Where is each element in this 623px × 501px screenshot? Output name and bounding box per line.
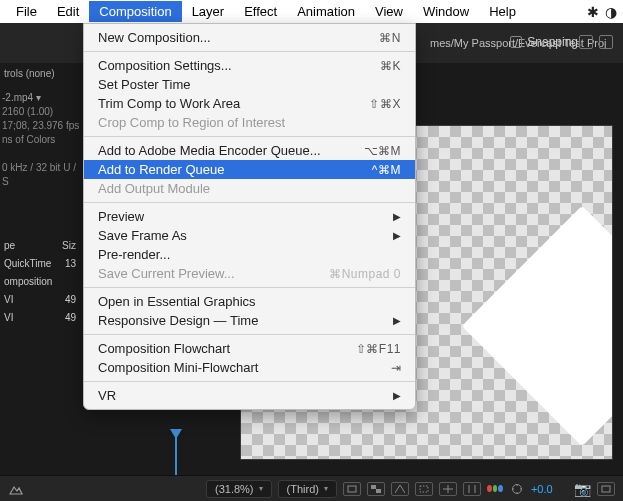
- svg-rect-1: [371, 485, 376, 489]
- snapping-label: Snapping: [527, 35, 578, 49]
- menu-effect[interactable]: Effect: [234, 1, 287, 22]
- menu-separator: [84, 136, 415, 137]
- menu-set-poster-time[interactable]: Set Poster Time: [84, 75, 415, 94]
- menu-edit[interactable]: Edit: [47, 1, 89, 22]
- channel-icon[interactable]: [487, 482, 503, 496]
- menu-view[interactable]: View: [365, 1, 413, 22]
- menu-add-to-ame[interactable]: Add to Adobe Media Encoder Queue...⌥⌘M: [84, 141, 415, 160]
- zoom-dropdown[interactable]: (31.8%)▾: [206, 480, 272, 498]
- svg-rect-0: [348, 486, 356, 492]
- menu-preview[interactable]: Preview▶: [84, 207, 415, 226]
- effect-controls-header: trols (none): [2, 63, 80, 83]
- col-size[interactable]: Siz: [62, 239, 76, 253]
- grid-icon[interactable]: [439, 482, 457, 496]
- timeline-icon[interactable]: [597, 482, 615, 496]
- clip-info-2: 17;08, 23.976 fps: [2, 119, 80, 133]
- menu-animation[interactable]: Animation: [287, 1, 365, 22]
- menu-separator: [84, 287, 415, 288]
- project-row-2[interactable]: VI49: [2, 291, 80, 309]
- guides-icon[interactable]: [463, 482, 481, 496]
- menubar: File Edit Composition Layer Effect Anima…: [0, 0, 623, 23]
- snapping-checkbox[interactable]: [510, 36, 522, 48]
- composition-menu: New Composition...⌘N Composition Setting…: [83, 23, 416, 410]
- chevron-right-icon: ▶: [393, 230, 401, 241]
- menu-composition-flowchart[interactable]: Composition Flowchart⇧⌘F11: [84, 339, 415, 358]
- menu-window[interactable]: Window: [413, 1, 479, 22]
- reset-exposure-icon[interactable]: [509, 482, 525, 496]
- fast-previews-icon[interactable]: [343, 482, 361, 496]
- menu-new-composition[interactable]: New Composition...⌘N: [84, 28, 415, 47]
- menu-layer[interactable]: Layer: [182, 1, 235, 22]
- svg-rect-5: [602, 486, 610, 492]
- tray-icon-1[interactable]: ✱: [587, 4, 599, 20]
- project-row-1[interactable]: omposition: [2, 273, 80, 291]
- svg-rect-2: [376, 489, 381, 493]
- menu-separator: [84, 334, 415, 335]
- menu-composition-mini-flowchart[interactable]: Composition Mini-Flowchart⇥: [84, 358, 415, 377]
- project-row-3[interactable]: VI49: [2, 309, 80, 327]
- menu-add-output-module: Add Output Module: [84, 179, 415, 198]
- resolution-dropdown[interactable]: (Third)▾: [278, 480, 337, 498]
- mask-icon[interactable]: [391, 482, 409, 496]
- chevron-down-icon: ▾: [259, 484, 263, 493]
- menu-save-frame-as[interactable]: Save Frame As▶: [84, 226, 415, 245]
- menu-help[interactable]: Help: [479, 1, 526, 22]
- menu-responsive-design[interactable]: Responsive Design — Time▶: [84, 311, 415, 330]
- clip-info-3: ns of Colors: [2, 133, 80, 147]
- menu-separator: [84, 51, 415, 52]
- menu-composition[interactable]: Composition: [89, 1, 181, 22]
- menu-open-essential-graphics[interactable]: Open in Essential Graphics: [84, 292, 415, 311]
- clip-name[interactable]: -2.mp4 ▾: [2, 91, 80, 105]
- menu-crop-comp: Crop Comp to Region of Interest: [84, 113, 415, 132]
- menu-add-to-render-queue[interactable]: Add to Render Queue^⌘M: [84, 160, 415, 179]
- region-icon[interactable]: [415, 482, 433, 496]
- menu-separator: [84, 202, 415, 203]
- menu-save-current-preview: Save Current Preview...⌘Numpad 0: [84, 264, 415, 283]
- transparency-grid-icon[interactable]: [367, 482, 385, 496]
- chevron-down-icon: ▾: [324, 484, 328, 493]
- menu-trim-comp[interactable]: Trim Comp to Work Area⇧⌘X: [84, 94, 415, 113]
- menu-composition-settings[interactable]: Composition Settings...⌘K: [84, 56, 415, 75]
- chevron-right-icon: ▶: [393, 315, 401, 326]
- col-type[interactable]: pe: [4, 239, 15, 253]
- tray-icon-2[interactable]: ◑: [605, 4, 617, 20]
- clip-info-1: 2160 (1.00): [2, 105, 80, 119]
- snapping-toggle[interactable]: Snapping: [510, 35, 578, 49]
- audio-info: 0 kHz / 32 bit U / S: [2, 161, 80, 189]
- svg-rect-3: [420, 486, 428, 492]
- snap-option-2[interactable]: [599, 35, 613, 49]
- menu-separator: [84, 381, 415, 382]
- viewer-controls: (31.8%)▾ (Third)▾ +0.0 📷: [0, 475, 623, 501]
- project-row-0[interactable]: QuickTime13: [2, 255, 80, 273]
- timeline-playhead[interactable]: [175, 435, 177, 475]
- chevron-right-icon: ▶: [393, 390, 401, 401]
- chevron-right-icon: ▶: [393, 211, 401, 222]
- system-tray: ✱ ◑: [587, 4, 617, 20]
- project-columns: pe Siz: [2, 237, 80, 255]
- layer-shape[interactable]: [462, 206, 613, 446]
- menu-file[interactable]: File: [6, 1, 47, 22]
- exposure-value[interactable]: +0.0: [531, 483, 553, 495]
- mountain-icon[interactable]: [8, 481, 24, 497]
- menu-pre-render[interactable]: Pre-render...: [84, 245, 415, 264]
- snapshot-icon[interactable]: 📷: [574, 481, 591, 497]
- snap-option-1[interactable]: [579, 35, 593, 49]
- menu-vr[interactable]: VR▶: [84, 386, 415, 405]
- snapping-options: [579, 35, 613, 49]
- left-panel: trols (none) -2.mp4 ▾ 2160 (1.00) 17;08,…: [0, 63, 80, 327]
